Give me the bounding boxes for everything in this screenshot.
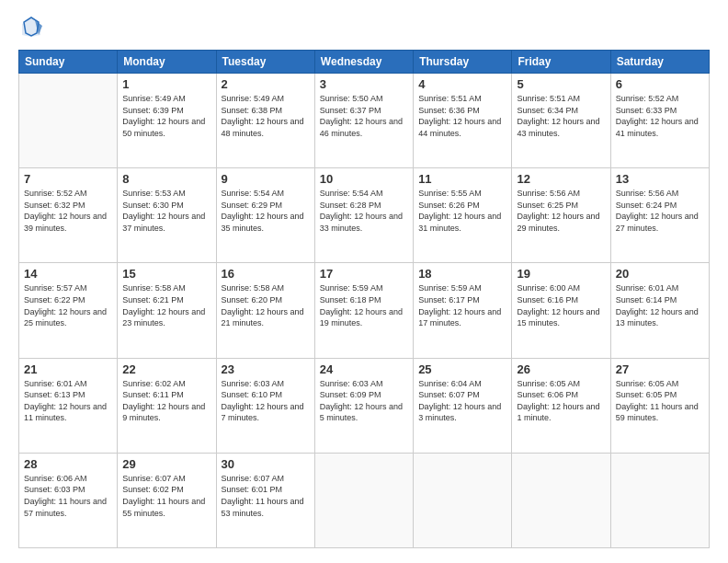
logo-icon <box>18 15 44 40</box>
weekday-header: Sunday <box>19 51 118 74</box>
day-number: 16 <box>222 267 310 281</box>
day-info: Sunrise: 5:50 AMSunset: 6:37 PMDaylight:… <box>320 93 408 139</box>
day-number: 21 <box>24 362 112 376</box>
day-number: 20 <box>616 267 704 281</box>
day-info: Sunrise: 5:58 AMSunset: 6:20 PMDaylight:… <box>222 282 310 328</box>
calendar-cell: 21Sunrise: 6:01 AMSunset: 6:13 PMDayligh… <box>19 358 118 453</box>
day-info: Sunrise: 6:00 AMSunset: 6:16 PMDaylight:… <box>517 282 605 328</box>
calendar-week-row: 21Sunrise: 6:01 AMSunset: 6:13 PMDayligh… <box>19 358 710 453</box>
calendar-cell: 28Sunrise: 6:06 AMSunset: 6:03 PMDayligh… <box>19 453 118 547</box>
day-number: 23 <box>222 362 310 376</box>
day-number: 18 <box>418 267 506 281</box>
day-info: Sunrise: 6:01 AMSunset: 6:14 PMDaylight:… <box>616 282 704 328</box>
day-number: 4 <box>418 77 506 91</box>
calendar-cell <box>414 453 512 547</box>
day-number: 2 <box>222 77 310 91</box>
day-number: 30 <box>222 457 310 471</box>
calendar-cell: 20Sunrise: 6:01 AMSunset: 6:14 PMDayligh… <box>610 263 709 358</box>
header <box>18 15 710 40</box>
calendar-cell: 15Sunrise: 5:58 AMSunset: 6:21 PMDayligh… <box>118 263 216 358</box>
calendar-cell: 29Sunrise: 6:07 AMSunset: 6:02 PMDayligh… <box>118 453 216 547</box>
day-number: 24 <box>320 362 408 376</box>
day-number: 28 <box>24 457 112 471</box>
day-info: Sunrise: 5:52 AMSunset: 6:33 PMDaylight:… <box>616 93 704 139</box>
day-info: Sunrise: 5:52 AMSunset: 6:32 PMDaylight:… <box>24 188 112 234</box>
day-info: Sunrise: 5:56 AMSunset: 6:25 PMDaylight:… <box>517 188 605 234</box>
calendar-cell: 19Sunrise: 6:00 AMSunset: 6:16 PMDayligh… <box>512 263 610 358</box>
day-info: Sunrise: 6:03 AMSunset: 6:09 PMDaylight:… <box>320 378 408 424</box>
day-info: Sunrise: 6:05 AMSunset: 6:06 PMDaylight:… <box>517 378 605 424</box>
calendar-cell: 22Sunrise: 6:02 AMSunset: 6:11 PMDayligh… <box>118 358 216 453</box>
calendar-cell: 26Sunrise: 6:05 AMSunset: 6:06 PMDayligh… <box>512 358 610 453</box>
calendar-cell: 25Sunrise: 6:04 AMSunset: 6:07 PMDayligh… <box>414 358 512 453</box>
day-number: 1 <box>122 77 210 91</box>
day-number: 7 <box>24 172 112 186</box>
weekday-header: Wednesday <box>314 51 413 74</box>
day-number: 27 <box>616 362 704 376</box>
day-info: Sunrise: 5:59 AMSunset: 6:18 PMDaylight:… <box>320 282 408 328</box>
day-number: 29 <box>122 457 210 471</box>
calendar-header-row: SundayMondayTuesdayWednesdayThursdayFrid… <box>19 51 710 74</box>
calendar-cell <box>610 453 709 547</box>
calendar-cell: 17Sunrise: 5:59 AMSunset: 6:18 PMDayligh… <box>314 263 413 358</box>
day-number: 6 <box>616 77 704 91</box>
calendar-cell: 13Sunrise: 5:56 AMSunset: 6:24 PMDayligh… <box>610 168 709 263</box>
calendar-cell: 16Sunrise: 5:58 AMSunset: 6:20 PMDayligh… <box>216 263 314 358</box>
day-info: Sunrise: 6:01 AMSunset: 6:13 PMDaylight:… <box>24 378 112 424</box>
calendar-cell: 6Sunrise: 5:52 AMSunset: 6:33 PMDaylight… <box>610 74 709 168</box>
calendar-cell <box>314 453 413 547</box>
calendar-week-row: 7Sunrise: 5:52 AMSunset: 6:32 PMDaylight… <box>19 168 710 263</box>
day-number: 5 <box>517 77 605 91</box>
day-number: 14 <box>24 267 112 281</box>
day-number: 11 <box>418 172 506 186</box>
day-info: Sunrise: 5:53 AMSunset: 6:30 PMDaylight:… <box>122 188 210 234</box>
page: SundayMondayTuesdayWednesdayThursdayFrid… <box>0 0 728 563</box>
weekday-header: Thursday <box>414 51 512 74</box>
calendar-cell: 27Sunrise: 6:05 AMSunset: 6:05 PMDayligh… <box>610 358 709 453</box>
calendar-cell: 30Sunrise: 6:07 AMSunset: 6:01 PMDayligh… <box>216 453 314 547</box>
calendar-cell: 2Sunrise: 5:49 AMSunset: 6:38 PMDaylight… <box>216 74 314 168</box>
calendar-cell <box>19 74 118 168</box>
calendar-table: SundayMondayTuesdayWednesdayThursdayFrid… <box>18 50 710 548</box>
weekday-header: Friday <box>512 51 610 74</box>
calendar-cell: 24Sunrise: 6:03 AMSunset: 6:09 PMDayligh… <box>314 358 413 453</box>
calendar-cell: 7Sunrise: 5:52 AMSunset: 6:32 PMDaylight… <box>19 168 118 263</box>
calendar-cell: 11Sunrise: 5:55 AMSunset: 6:26 PMDayligh… <box>414 168 512 263</box>
day-number: 19 <box>517 267 605 281</box>
day-info: Sunrise: 6:06 AMSunset: 6:03 PMDaylight:… <box>24 473 112 519</box>
day-info: Sunrise: 6:07 AMSunset: 6:01 PMDaylight:… <box>222 473 310 519</box>
day-info: Sunrise: 5:55 AMSunset: 6:26 PMDaylight:… <box>418 188 506 234</box>
day-info: Sunrise: 5:59 AMSunset: 6:17 PMDaylight:… <box>418 282 506 328</box>
day-info: Sunrise: 5:56 AMSunset: 6:24 PMDaylight:… <box>616 188 704 234</box>
calendar-cell: 9Sunrise: 5:54 AMSunset: 6:29 PMDaylight… <box>216 168 314 263</box>
day-info: Sunrise: 6:05 AMSunset: 6:05 PMDaylight:… <box>616 378 704 424</box>
calendar-cell: 4Sunrise: 5:51 AMSunset: 6:36 PMDaylight… <box>414 74 512 168</box>
calendar-cell <box>512 453 610 547</box>
day-info: Sunrise: 5:54 AMSunset: 6:29 PMDaylight:… <box>222 188 310 234</box>
day-info: Sunrise: 5:51 AMSunset: 6:36 PMDaylight:… <box>418 93 506 139</box>
day-number: 8 <box>122 172 210 186</box>
day-info: Sunrise: 5:57 AMSunset: 6:22 PMDaylight:… <box>24 282 112 328</box>
day-number: 3 <box>320 77 408 91</box>
calendar-cell: 18Sunrise: 5:59 AMSunset: 6:17 PMDayligh… <box>414 263 512 358</box>
weekday-header: Tuesday <box>216 51 314 74</box>
day-number: 17 <box>320 267 408 281</box>
day-number: 13 <box>616 172 704 186</box>
calendar-cell: 1Sunrise: 5:49 AMSunset: 6:39 PMDaylight… <box>118 74 216 168</box>
day-info: Sunrise: 6:02 AMSunset: 6:11 PMDaylight:… <box>122 378 210 424</box>
day-number: 9 <box>222 172 310 186</box>
day-info: Sunrise: 6:04 AMSunset: 6:07 PMDaylight:… <box>418 378 506 424</box>
day-number: 22 <box>122 362 210 376</box>
calendar-week-row: 28Sunrise: 6:06 AMSunset: 6:03 PMDayligh… <box>19 453 710 547</box>
day-info: Sunrise: 5:54 AMSunset: 6:28 PMDaylight:… <box>320 188 408 234</box>
weekday-header: Saturday <box>610 51 709 74</box>
calendar-cell: 12Sunrise: 5:56 AMSunset: 6:25 PMDayligh… <box>512 168 610 263</box>
day-info: Sunrise: 5:58 AMSunset: 6:21 PMDaylight:… <box>122 282 210 328</box>
calendar-cell: 23Sunrise: 6:03 AMSunset: 6:10 PMDayligh… <box>216 358 314 453</box>
day-number: 26 <box>517 362 605 376</box>
calendar-week-row: 14Sunrise: 5:57 AMSunset: 6:22 PMDayligh… <box>19 263 710 358</box>
day-number: 15 <box>122 267 210 281</box>
day-number: 25 <box>418 362 506 376</box>
weekday-header: Monday <box>118 51 216 74</box>
calendar-cell: 10Sunrise: 5:54 AMSunset: 6:28 PMDayligh… <box>314 168 413 263</box>
